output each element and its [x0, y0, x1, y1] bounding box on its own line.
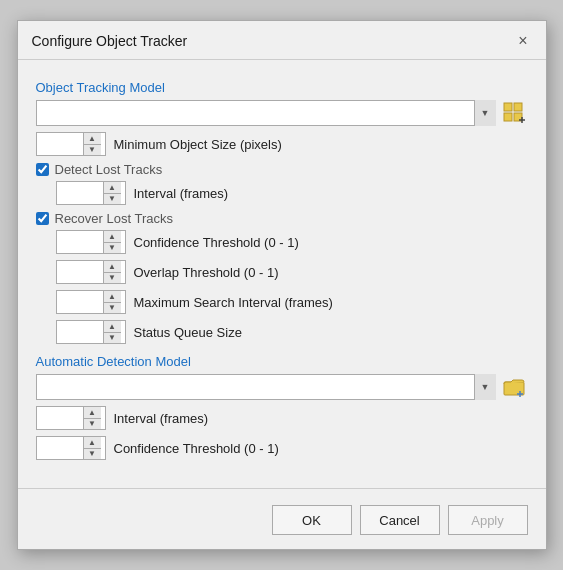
tracking-model-select[interactable] — [36, 100, 496, 126]
auto-confidence-spinbox: 0.400 ▲ ▼ — [36, 436, 106, 460]
overlap-arrows: ▲ ▼ — [103, 261, 121, 283]
status-queue-label: Status Queue Size — [134, 325, 242, 340]
dialog-body: Object Tracking Model ▼ — [18, 60, 546, 478]
detect-lost-tracks-label: Detect Lost Tracks — [55, 162, 163, 177]
status-queue-arrows: ▲ ▼ — [103, 321, 121, 343]
configure-object-tracker-dialog: Configure Object Tracker × Object Tracki… — [17, 20, 547, 550]
max-search-label: Maximum Search Interval (frames) — [134, 295, 333, 310]
max-search-input[interactable]: 60 — [57, 291, 103, 313]
confidence-spinbox: 0.100 ▲ ▼ — [56, 230, 126, 254]
min-object-size-label: Minimum Object Size (pixels) — [114, 137, 282, 152]
svg-rect-1 — [514, 103, 522, 111]
confidence-threshold-row: 0.100 ▲ ▼ Confidence Threshold (0 - 1) — [56, 230, 528, 254]
svg-rect-0 — [504, 103, 512, 111]
recover-lost-tracks-label: Recover Lost Tracks — [55, 211, 174, 226]
title-bar: Configure Object Tracker × — [18, 21, 546, 60]
svg-rect-6 — [504, 382, 524, 395]
interval-spinbox: 5 ▲ ▼ — [56, 181, 126, 205]
confidence-arrows: ▲ ▼ — [103, 231, 121, 253]
dialog-footer: OK Cancel Apply — [18, 497, 546, 549]
auto-detection-dropdown-wrap: ▼ — [36, 374, 496, 400]
detect-lost-tracks-row: Detect Lost Tracks — [36, 162, 528, 177]
overlap-spinbox: 0.100 ▲ ▼ — [56, 260, 126, 284]
auto-interval-down[interactable]: ▼ — [84, 419, 101, 430]
min-object-size-spinbox: 10 ▲ ▼ — [36, 132, 106, 156]
confidence-label: Confidence Threshold (0 - 1) — [134, 235, 299, 250]
recover-lost-tracks-row: Recover Lost Tracks — [36, 211, 528, 226]
status-queue-spinbox: 60 ▲ ▼ — [56, 320, 126, 344]
auto-interval-input[interactable]: 1 — [37, 407, 83, 429]
max-search-spinbox: 60 ▲ ▼ — [56, 290, 126, 314]
auto-confidence-input[interactable]: 0.400 — [37, 437, 83, 459]
interval-label: Interval (frames) — [134, 186, 229, 201]
overlap-input[interactable]: 0.100 — [57, 261, 103, 283]
auto-detection-folder-button[interactable] — [500, 374, 528, 400]
recover-lost-tracks-checkbox[interactable] — [36, 212, 49, 225]
max-search-interval-row: 60 ▲ ▼ Maximum Search Interval (frames) — [56, 290, 528, 314]
footer-divider — [18, 488, 546, 489]
status-queue-row: 60 ▲ ▼ Status Queue Size — [56, 320, 528, 344]
auto-detection-select[interactable] — [36, 374, 496, 400]
auto-interval-up[interactable]: ▲ — [84, 407, 101, 419]
auto-detection-label: Automatic Detection Model — [36, 354, 528, 369]
status-queue-up[interactable]: ▲ — [104, 321, 121, 333]
auto-confidence-down[interactable]: ▼ — [84, 449, 101, 460]
max-search-down[interactable]: ▼ — [104, 303, 121, 314]
svg-rect-2 — [504, 113, 512, 121]
apply-button[interactable]: Apply — [448, 505, 528, 535]
overlap-label: Overlap Threshold (0 - 1) — [134, 265, 279, 280]
auto-interval-row: 1 ▲ ▼ Interval (frames) — [36, 406, 528, 430]
auto-interval-label: Interval (frames) — [114, 411, 209, 426]
max-search-arrows: ▲ ▼ — [103, 291, 121, 313]
min-object-size-up[interactable]: ▲ — [84, 133, 101, 145]
overlap-up[interactable]: ▲ — [104, 261, 121, 273]
auto-confidence-up[interactable]: ▲ — [84, 437, 101, 449]
tracking-model-label: Object Tracking Model — [36, 80, 528, 95]
add-model-icon — [503, 102, 525, 124]
confidence-up[interactable]: ▲ — [104, 231, 121, 243]
interval-up[interactable]: ▲ — [104, 182, 121, 194]
overlap-down[interactable]: ▼ — [104, 273, 121, 284]
overlap-threshold-row: 0.100 ▲ ▼ Overlap Threshold (0 - 1) — [56, 260, 528, 284]
dialog-title: Configure Object Tracker — [32, 33, 188, 49]
ok-button[interactable]: OK — [272, 505, 352, 535]
min-object-size-arrows: ▲ ▼ — [83, 133, 101, 155]
confidence-input[interactable]: 0.100 — [57, 231, 103, 253]
interval-arrows: ▲ ▼ — [103, 182, 121, 204]
tracking-model-row: ▼ — [36, 100, 528, 126]
auto-detection-row: ▼ — [36, 374, 528, 400]
detect-lost-tracks-checkbox[interactable] — [36, 163, 49, 176]
folder-icon — [503, 377, 525, 397]
auto-interval-arrows: ▲ ▼ — [83, 407, 101, 429]
confidence-down[interactable]: ▼ — [104, 243, 121, 254]
auto-interval-spinbox: 1 ▲ ▼ — [36, 406, 106, 430]
interval-input[interactable]: 5 — [57, 182, 103, 204]
max-search-up[interactable]: ▲ — [104, 291, 121, 303]
interval-down[interactable]: ▼ — [104, 194, 121, 205]
tracking-model-add-button[interactable] — [500, 100, 528, 126]
min-object-size-input[interactable]: 10 — [37, 133, 83, 155]
tracking-model-dropdown-wrap: ▼ — [36, 100, 496, 126]
status-queue-input[interactable]: 60 — [57, 321, 103, 343]
auto-confidence-row: 0.400 ▲ ▼ Confidence Threshold (0 - 1) — [36, 436, 528, 460]
status-queue-down[interactable]: ▼ — [104, 333, 121, 344]
auto-confidence-arrows: ▲ ▼ — [83, 437, 101, 459]
min-object-size-down[interactable]: ▼ — [84, 145, 101, 156]
auto-confidence-label: Confidence Threshold (0 - 1) — [114, 441, 279, 456]
close-button[interactable]: × — [514, 31, 531, 51]
cancel-button[interactable]: Cancel — [360, 505, 440, 535]
interval-frames-row: 5 ▲ ▼ Interval (frames) — [56, 181, 528, 205]
min-object-size-row: 10 ▲ ▼ Minimum Object Size (pixels) — [36, 132, 528, 156]
